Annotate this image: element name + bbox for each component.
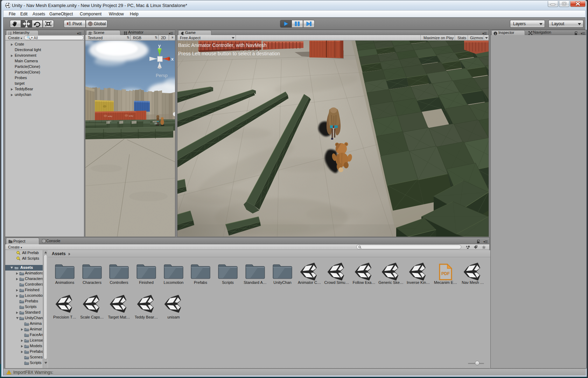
svg-text:unity: unity <box>108 115 112 117</box>
svg-text:Press Left mouse button to sel: Press Left mouse button to select a dest… <box>178 51 280 56</box>
svg-text:x: x <box>171 56 174 62</box>
svg-text:PDF: PDF <box>441 271 450 276</box>
svg-text:y: y <box>158 43 161 48</box>
svg-text:Basic Animator Controller, wit: Basic Animator Controller, with NavMesh <box>178 42 267 48</box>
svg-text:Persp: Persp <box>156 73 168 78</box>
svg-text:!: ! <box>8 371 9 374</box>
svg-text:unity: unity <box>129 115 133 117</box>
